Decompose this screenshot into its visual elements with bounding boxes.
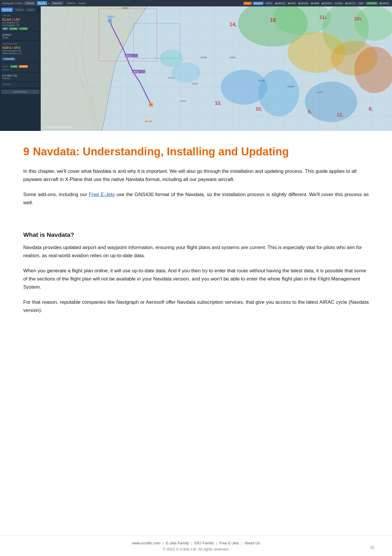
chart-sidebar: General Options Import Origin KLAX / LAX… <box>0 6 41 131</box>
sidebar-tab-import[interactable]: Import <box>26 8 36 12</box>
chart-topbar: Navigraph Charts Unload KLAX ▸ General O… <box>0 0 392 6</box>
origin-fields: 25R 14.6NM 14.6NM <box>2 27 38 30</box>
sidebar-arrival-section: 6.5 NMY 24L RODVY <box>1 73 40 81</box>
svg-point-76 <box>171 63 200 83</box>
svg-text:WPT1: WPT1 <box>126 55 131 57</box>
svg-point-37 <box>259 70 299 116</box>
intro-paragraph-1: In this chapter, we'll cover what Navdat… <box>23 167 369 184</box>
svg-text:14,: 14, <box>229 22 237 27</box>
svg-text:13,: 13, <box>215 101 221 106</box>
footer-link-erj[interactable]: ERJ Family <box>195 541 214 545</box>
svg-text:KFAT: KFAT <box>316 91 322 94</box>
what-is-navdata-heading: What is Navdata? <box>23 231 369 238</box>
svg-text:KSBA: KSBA <box>229 56 236 59</box>
what-navdata-para-1: Navdata provides updated airport and way… <box>23 244 369 260</box>
footer-sep-2: | <box>191 541 192 545</box>
footer-link-about-us[interactable]: About Us <box>245 541 260 545</box>
chart-map-area: 14, 18 11₀ 10₁ 13, 10, 9, 12, 8, DARO DA… <box>41 0 392 131</box>
svg-text:11₀: 11₀ <box>319 15 327 20</box>
alternates-section: Alternates <box>1 82 40 87</box>
svg-text:KPMD: KPMD <box>200 56 207 59</box>
svg-point-38 <box>305 81 357 122</box>
destination-code: KSFO / SFO <box>2 46 38 49</box>
sidebar-destination-section: Destination KSFO / SFO San Francisco Int… <box>1 41 40 62</box>
svg-text:10,: 10, <box>256 106 262 111</box>
svg-text:9,: 9, <box>308 109 311 114</box>
topbar-tab-klax[interactable]: KLAX <box>37 1 47 5</box>
sidebar-origin-section: Origin KLAX / LAX Los Angeles Intl Los A… <box>1 13 40 31</box>
svg-text:KLAX: KLAX <box>145 120 152 123</box>
svg-text:DARO: DARO <box>122 7 129 9</box>
footer-link-ejets[interactable]: E-Jets Family <box>166 541 189 545</box>
add-alternate-button[interactable]: Add Alternate <box>1 90 40 94</box>
map-svg: 14, 18 11₀ 10₁ 13, 10, 9, 12, 8, DARO DA… <box>41 0 392 131</box>
what-navdata-para-3: For that reason, reputable companies lik… <box>23 298 369 315</box>
chapter-heading: 9 Navdata: Understanding, Installing and… <box>23 145 369 158</box>
topbar-app-label: Navigraph Charts <box>2 2 23 5</box>
origin-city: Los Angeles, US <box>2 24 38 26</box>
destination-name: San Francisco Intl <box>2 49 38 52</box>
origin-star-badge: 14.6NM <box>19 27 28 30</box>
route-row: Route 5.0NM 17.5NM <box>2 65 38 68</box>
svg-text:KMOD: KMOD <box>288 85 295 88</box>
svg-text:KCVH: KCVH <box>259 79 265 82</box>
origin-sid-badge: 14.6NM <box>9 27 18 30</box>
chapter-title: Navdata: Understanding, Installing and U… <box>33 145 289 158</box>
svg-text:KSFO: KSFO <box>108 15 115 18</box>
footer-sep-4: | <box>241 541 242 545</box>
page-number: 32 <box>370 545 375 550</box>
topbar-tab-general[interactable]: General <box>51 1 64 5</box>
destination-city: San Francisco, US <box>2 52 38 55</box>
free-ejets-link[interactable]: Free E-Jets <box>89 192 115 197</box>
svg-text:KVNY: KVNY <box>180 100 186 102</box>
destination-label: Destination <box>2 42 38 45</box>
footer-sep-1: | <box>163 541 163 545</box>
svg-text:WPT2: WPT2 <box>133 71 138 73</box>
topbar-tab-unload[interactable]: Unload <box>24 1 36 5</box>
what-navdata-para-2: When you generate a flight plan online, … <box>23 267 369 291</box>
origin-code: KLAX / LAX <box>2 18 38 21</box>
section-divider-1 <box>23 214 369 231</box>
page-footer: www.xcrafts.com | E-Jets Family | ERJ Fa… <box>0 536 392 556</box>
sidebar-tab-options[interactable]: Options <box>13 8 25 12</box>
footer-links: www.xcrafts.com | E-Jets Family | ERJ Fa… <box>132 541 260 545</box>
svg-text:12,: 12, <box>337 112 343 117</box>
chapter-number: 9 <box>23 145 29 158</box>
waypoint-section: DARKS RIZIN <box>1 32 40 40</box>
chart-screenshot: Navigraph Charts Unload KLAX ▸ General O… <box>0 0 392 131</box>
footer-copyright: © 2023 X-Crafts Ltd. All rights reserved… <box>163 547 229 551</box>
sidebar-tab-general[interactable]: General <box>1 8 13 12</box>
svg-text:18: 18 <box>270 17 276 23</box>
footer-sep-3: | <box>216 541 217 545</box>
footer-link-xcrafts[interactable]: www.xcrafts.com <box>132 541 161 545</box>
sidebar-tabs: General Options Import <box>1 8 40 12</box>
intro-paragraph-2: Some add-ons, including our Free E-Jets … <box>23 191 369 207</box>
sidebar-route-section: Route 5.0NM 17.5NM Arrival <box>1 63 40 72</box>
origin-name: Los Angeles Intl <box>2 21 38 24</box>
chart-watermark: © Navigraph Charts <box>44 125 72 129</box>
svg-text:8,: 8, <box>369 106 373 111</box>
main-content: 9 Navdata: Understanding, Installing and… <box>0 131 392 333</box>
svg-text:10₁: 10₁ <box>354 16 361 21</box>
origin-label: Origin <box>2 14 38 17</box>
svg-text:KBUR: KBUR <box>192 82 198 85</box>
footer-link-free-ejets[interactable]: Free E-Jets <box>219 541 239 545</box>
